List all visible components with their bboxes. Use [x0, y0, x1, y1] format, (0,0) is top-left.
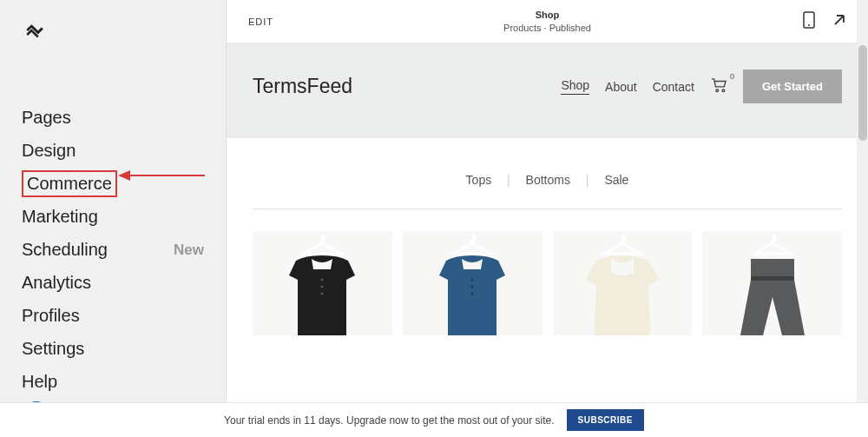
annotation-arrow-icon: [118, 167, 205, 184]
trial-message: Your trial ends in 11 days. Upgrade now …: [224, 414, 554, 427]
preview-pane: EDIT Shop Products · Published TermsFeed…: [226, 0, 868, 437]
garment-image: [725, 254, 820, 335]
page-subtitle: Products · Published: [503, 22, 591, 34]
sidebar-item-pages[interactable]: Pages: [22, 104, 204, 131]
nav-link-shop[interactable]: Shop: [561, 78, 589, 95]
sidebar: Pages Design Commerce Marketing Scheduli…: [0, 0, 226, 437]
sidebar-item-scheduling[interactable]: SchedulingNew: [22, 236, 204, 263]
preview-topbar: EDIT Shop Products · Published: [227, 0, 868, 43]
category-filter: Tops | Bottoms | Sale: [227, 138, 868, 209]
squarespace-logo-icon: [22, 17, 48, 43]
svg-point-11: [471, 293, 474, 295]
cart-count: 0: [730, 72, 734, 81]
svg-point-7: [321, 286, 324, 288]
sidebar-item-analytics[interactable]: Analytics: [22, 269, 204, 296]
get-started-button[interactable]: Get Started: [743, 70, 842, 103]
site-nav: Shop About Contact 0 Get Started: [561, 70, 842, 103]
product-card[interactable]: [403, 231, 542, 335]
expand-icon[interactable]: [832, 13, 846, 30]
product-card[interactable]: [702, 231, 842, 335]
subscribe-button[interactable]: SUBSCRIBE: [567, 409, 644, 431]
garment-image: [575, 254, 670, 335]
cart-icon[interactable]: 0: [710, 77, 727, 96]
garment-image: [429, 254, 516, 335]
svg-rect-12: [751, 276, 794, 281]
sidebar-item-commerce[interactable]: Commerce: [22, 170, 117, 197]
site-header: TermsFeed Shop About Contact 0 Get Start…: [227, 43, 868, 138]
category-tops[interactable]: Tops: [466, 173, 492, 187]
category-bottoms[interactable]: Bottoms: [526, 173, 570, 187]
sidebar-item-profiles[interactable]: Profiles: [22, 302, 204, 329]
trial-banner: Your trial ends in 11 days. Upgrade now …: [0, 402, 868, 437]
svg-point-6: [321, 279, 324, 281]
svg-point-8: [321, 293, 324, 295]
sidebar-item-design[interactable]: Design: [22, 137, 204, 164]
preview-scrollbar[interactable]: [857, 0, 868, 437]
product-card[interactable]: [253, 231, 392, 335]
edit-button[interactable]: EDIT: [248, 17, 273, 27]
sidebar-item-settings[interactable]: Settings: [22, 335, 204, 362]
sidebar-item-help[interactable]: Help: [22, 368, 204, 395]
category-sale[interactable]: Sale: [604, 173, 628, 187]
product-card[interactable]: [553, 231, 693, 335]
garment-image: [279, 254, 365, 335]
sidebar-nav: Pages Design Commerce Marketing Scheduli…: [22, 104, 204, 401]
mobile-view-icon[interactable]: [803, 11, 815, 32]
svg-point-4: [716, 89, 719, 92]
sidebar-item-marketing[interactable]: Marketing: [22, 203, 204, 230]
svg-point-5: [722, 89, 725, 92]
site-brand[interactable]: TermsFeed: [253, 75, 352, 98]
product-grid: [227, 209, 868, 335]
page-title: Shop: [503, 9, 591, 21]
svg-point-9: [471, 279, 474, 281]
nav-link-about[interactable]: About: [605, 80, 637, 94]
svg-point-10: [471, 286, 474, 288]
svg-marker-1: [118, 170, 130, 181]
nav-link-contact[interactable]: Contact: [653, 80, 694, 94]
new-badge: New: [174, 242, 204, 259]
